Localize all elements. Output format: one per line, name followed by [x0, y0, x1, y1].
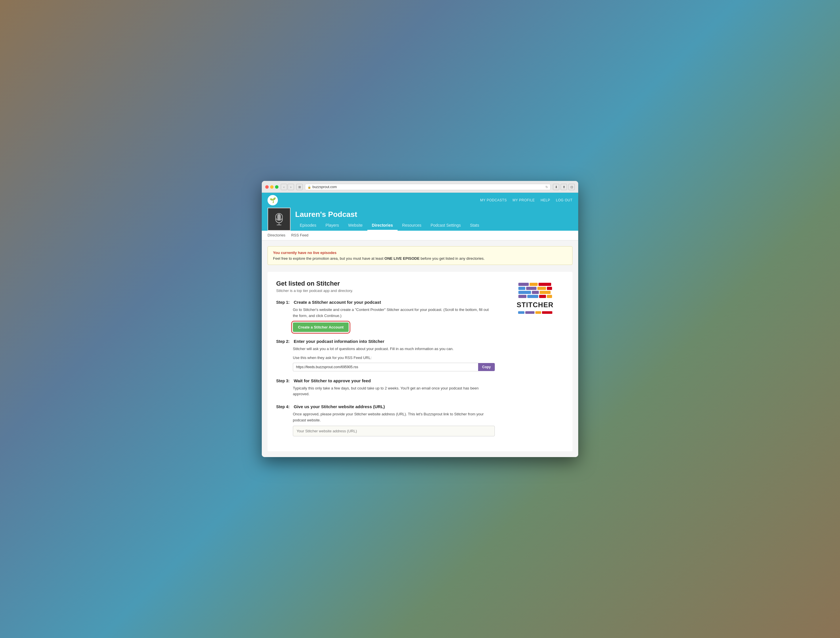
bar-b4 — [542, 311, 552, 314]
logout-link[interactable]: LOG OUT — [556, 198, 572, 202]
lock-icon: 🔒 — [308, 186, 311, 189]
rss-label: Use this when they ask for you RSS Feed … — [293, 355, 495, 361]
podcast-artwork — [268, 208, 291, 231]
step-3-num: Step 3: — [276, 379, 292, 383]
my-podcasts-link[interactable]: MY PODCASTS — [480, 198, 507, 202]
alert-title: You currently have no live episodes — [273, 251, 567, 255]
bar-r2-1 — [518, 287, 525, 290]
create-stitcher-account-button[interactable]: Create a Stitcher Account — [293, 322, 349, 332]
step-3-text: Typically this only take a few days, but… — [293, 386, 479, 396]
stitcher-logo-bars — [518, 283, 552, 298]
step-3-title: Wait for Stitcher to approve your feed — [294, 378, 371, 383]
tab-players[interactable]: Players — [321, 221, 344, 231]
step-4-title: Give us your Stitcher website address (U… — [294, 404, 385, 409]
podcast-bar: Lauren's Podcast Episodes Players Websit… — [268, 208, 572, 231]
bar-r3-3 — [540, 291, 551, 294]
rss-input-row: Copy — [293, 363, 495, 371]
close-button[interactable] — [265, 185, 269, 189]
header-top: 🌱 MY PODCASTS MY PROFILE HELP LOG OUT — [268, 193, 572, 208]
step-2-body: Stitcher will ask you a lot of questions… — [276, 346, 495, 371]
bar-r4-3 — [539, 295, 546, 298]
bar-r2-2 — [526, 287, 537, 290]
sub-nav: Directories RSS Feed — [262, 231, 578, 240]
bar-r1-3 — [538, 283, 551, 286]
tab-episodes[interactable]: Episodes — [295, 221, 321, 231]
logo-icon: 🌱 — [270, 197, 276, 204]
bar-r4-2 — [527, 295, 538, 298]
content-card: Get listed on Stitcher Stitcher is a top… — [268, 272, 572, 451]
bar-r3-1 — [518, 291, 531, 294]
step-3: Step 3: Wait for Stitcher to approve you… — [276, 378, 495, 398]
content-sidebar: STITCHER — [506, 280, 564, 443]
step-2-num: Step 2: — [276, 339, 292, 344]
refresh-icon[interactable]: ↻ — [545, 185, 548, 189]
bar-r2-3 — [537, 287, 546, 290]
share-button[interactable]: ⬆ — [561, 184, 567, 190]
tab-view-button[interactable]: ⊞ — [296, 184, 303, 190]
podcast-info: Lauren's Podcast Episodes Players Websit… — [295, 210, 572, 231]
step-2-text: Stitcher will ask you a lot of questions… — [293, 347, 454, 351]
main-content: You currently have no live episodes Feel… — [262, 240, 578, 457]
step-1-body: Go to Stitcher's website and create a "C… — [276, 307, 495, 332]
step-2: Step 2: Enter your podcast information i… — [276, 339, 495, 371]
step-1-text: Go to Stitcher's website and create a "C… — [293, 308, 489, 318]
tab-resources[interactable]: Resources — [398, 221, 426, 231]
minimize-button[interactable] — [270, 185, 273, 189]
step-1-header: Step 1: Create a Stitcher account for yo… — [276, 300, 495, 305]
step-4-header: Step 4: Give us your Stitcher website ad… — [276, 404, 495, 409]
alert-body: Feel free to explore the promotion area,… — [273, 256, 567, 261]
tab-directories[interactable]: Directories — [367, 221, 398, 231]
step-1-title: Create a Stitcher account for your podca… — [294, 300, 381, 305]
buzzsprout-logo[interactable]: 🌱 — [268, 195, 278, 205]
main-nav-tabs: Episodes Players Website Directories Res… — [295, 221, 572, 231]
alert-prefix: Feel free to explore the promotion area,… — [273, 256, 384, 261]
stitcher-wordmark: STITCHER — [517, 301, 553, 309]
rss-url-input[interactable] — [293, 363, 478, 371]
copy-button[interactable]: Copy — [478, 363, 495, 371]
browser-chrome: ‹ › ⊞ 🔒 buzzsprout.com ↻ ⬇ ⬆ ⊡ — [262, 181, 578, 193]
stitcher-logo: STITCHER — [517, 283, 553, 314]
alert-suffix: before you get listed in any directories… — [419, 256, 485, 261]
bar-b2 — [525, 311, 534, 314]
stitcher-url-input[interactable] — [293, 426, 495, 436]
app-header: 🌱 MY PODCASTS MY PROFILE HELP LOG OUT — [262, 193, 578, 231]
traffic-lights — [265, 185, 278, 189]
bar-r3-2 — [532, 291, 539, 294]
step-2-title: Enter your podcast information into Stit… — [294, 339, 384, 344]
step-1-num: Step 1: — [276, 300, 292, 305]
svg-rect-1 — [277, 214, 281, 220]
step-1: Step 1: Create a Stitcher account for yo… — [276, 300, 495, 332]
bar-r1-2 — [530, 283, 538, 286]
podcast-name: Lauren's Podcast — [295, 210, 572, 219]
bar-r2-4 — [547, 287, 552, 290]
page-subtitle: Stitcher is a top tier podcast app and d… — [276, 289, 495, 293]
alert-bold: ONE LIVE EPISODE — [384, 256, 419, 261]
back-button[interactable]: ‹ — [281, 184, 287, 190]
bar-r1-1 — [518, 283, 529, 286]
url-text: buzzsprout.com — [313, 185, 337, 189]
page-title: Get listed on Stitcher — [276, 280, 495, 287]
help-link[interactable]: HELP — [540, 198, 550, 202]
my-profile-link[interactable]: MY PROFILE — [513, 198, 535, 202]
sidebar-button[interactable]: ⊡ — [568, 184, 575, 190]
tab-website[interactable]: Website — [343, 221, 367, 231]
download-button[interactable]: ⬇ — [553, 184, 559, 190]
maximize-button[interactable] — [275, 185, 278, 189]
microphone-icon — [270, 210, 288, 228]
subnav-rss-feed[interactable]: RSS Feed — [291, 231, 308, 240]
tab-stats[interactable]: Stats — [466, 221, 484, 231]
bar-b3 — [535, 311, 541, 314]
tab-podcast-settings[interactable]: Podcast Settings — [426, 221, 466, 231]
content-main: Get listed on Stitcher Stitcher is a top… — [276, 280, 495, 443]
step-4-body: Once approved, please provide your Stitc… — [276, 411, 495, 436]
stitcher-logo-bars-bottom — [518, 311, 552, 314]
subnav-directories[interactable]: Directories — [268, 231, 285, 240]
step-4-text: Once approved, please provide your Stitc… — [293, 412, 483, 422]
header-nav-links: MY PODCASTS MY PROFILE HELP LOG OUT — [480, 198, 572, 202]
alert-box: You currently have no live episodes Feel… — [268, 246, 572, 265]
bar-r4-1 — [518, 295, 526, 298]
forward-button[interactable]: › — [288, 184, 294, 190]
step-4-num: Step 4: — [276, 404, 292, 409]
address-bar[interactable]: 🔒 buzzsprout.com ↻ — [305, 184, 551, 190]
step-3-header: Step 3: Wait for Stitcher to approve you… — [276, 378, 495, 383]
